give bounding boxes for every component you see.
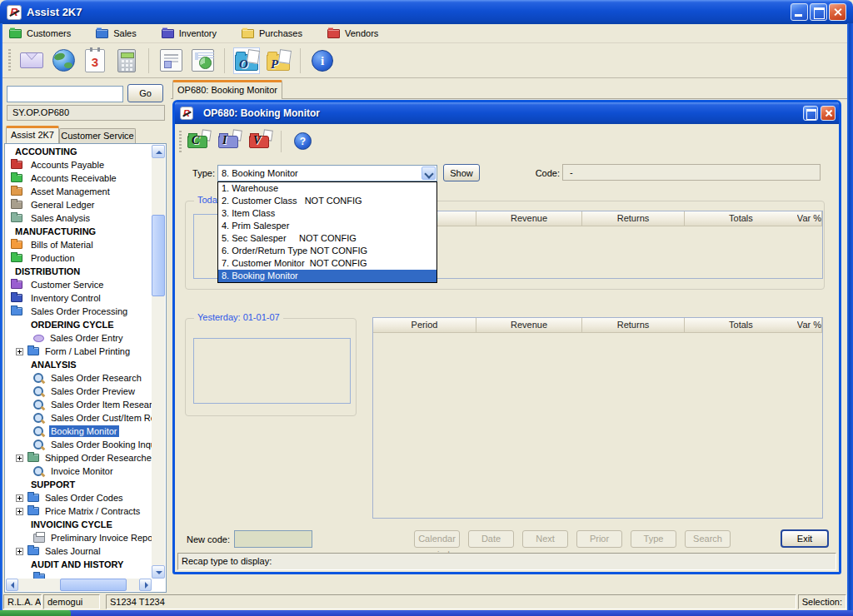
tree-item[interactable]: Shipped Order Researches xyxy=(6,451,152,464)
dropdown-option[interactable]: 8. Booking Monitor xyxy=(218,270,436,282)
vendors-folder-icon[interactable]: V xyxy=(249,131,272,151)
expand-plus-icon[interactable] xyxy=(16,348,23,355)
go-button[interactable]: Go xyxy=(127,84,163,102)
tree-horizontal-scrollbar[interactable] xyxy=(6,579,152,591)
nav-button-disabled[interactable]: Search xyxy=(685,530,731,548)
tree-item[interactable]: Preliminary Invoice Report xyxy=(6,531,152,544)
column-header[interactable]: Period xyxy=(373,318,476,332)
column-header[interactable]: Totals xyxy=(685,318,797,332)
tree-item[interactable]: Price Matrix / Contracts xyxy=(6,504,152,518)
globe-icon[interactable] xyxy=(50,47,77,74)
scroll-up-icon[interactable] xyxy=(152,145,165,158)
tree-item[interactable]: Production xyxy=(6,251,152,265)
chevron-down-icon[interactable] xyxy=(422,166,436,180)
p-folder-icon[interactable]: P xyxy=(265,47,292,74)
nav-button-disabled[interactable]: Type xyxy=(631,530,676,548)
calendar-icon[interactable]: 3 xyxy=(82,47,108,74)
tab-customer-service[interactable]: Customer Service xyxy=(59,128,136,143)
tree-item[interactable]: Accounts Receivable xyxy=(6,171,152,185)
tree-item[interactable]: Booking Monitor xyxy=(6,425,152,438)
scroll-thumb[interactable] xyxy=(152,215,165,296)
search-input[interactable] xyxy=(7,86,123,102)
start-button-edge[interactable] xyxy=(0,610,71,616)
calculator-icon[interactable] xyxy=(113,47,140,74)
expand-plus-icon[interactable] xyxy=(16,508,23,515)
tree-item[interactable]: Sales Analysis xyxy=(6,211,152,225)
tree-item[interactable]: Asset Management xyxy=(6,185,152,198)
dropdown-option[interactable]: 3. Item Class xyxy=(218,207,436,220)
show-button[interactable]: Show xyxy=(443,164,480,181)
column-header[interactable]: Returns xyxy=(582,318,685,332)
tree-item[interactable]: Sales Order Codes xyxy=(6,491,152,504)
dropdown-option[interactable]: 6. Order/Return Type NOT CONFIG xyxy=(218,245,436,257)
scroll-left-icon[interactable] xyxy=(6,579,18,591)
column-header[interactable]: Revenue xyxy=(476,318,582,332)
column-header[interactable]: Totals xyxy=(685,211,797,226)
column-header[interactable]: Returns xyxy=(582,211,685,226)
dropdown-option[interactable]: 7. Customer Monitor NOT CONFIG xyxy=(218,257,436,270)
expand-plus-icon[interactable] xyxy=(16,548,23,555)
tree-item[interactable]: Customer Service xyxy=(6,278,152,291)
mail-icon[interactable] xyxy=(18,47,45,74)
module-shortcut[interactable]: Purchases xyxy=(242,28,302,38)
dropdown-option[interactable]: 4. Prim Salesper xyxy=(218,220,436,232)
module-shortcut[interactable]: Sales xyxy=(96,28,137,38)
tree-item[interactable]: Bills of Material xyxy=(6,238,152,251)
nav-button-disabled[interactable]: Calendar period xyxy=(414,530,460,548)
info-icon[interactable]: i xyxy=(309,47,336,74)
tree-item[interactable]: Sales Order Preview xyxy=(6,385,152,398)
dialog-close-button[interactable] xyxy=(821,106,836,121)
scroll-thumb[interactable] xyxy=(60,579,127,591)
column-header[interactable]: Var % xyxy=(797,318,822,332)
dropdown-option[interactable]: 1. Warehouse xyxy=(218,182,436,195)
tree-item[interactable]: Sales Order Booking Inquiry xyxy=(6,438,152,451)
dialog-maximize-button[interactable] xyxy=(803,106,818,121)
items-folder-icon[interactable]: I xyxy=(218,131,242,151)
tree-item[interactable]: Inventory Control xyxy=(6,291,152,305)
column-header[interactable]: Revenue xyxy=(476,211,582,226)
scroll-right-icon[interactable] xyxy=(139,579,152,591)
tree-item[interactable]: SUPPORT xyxy=(6,478,152,491)
nav-button-disabled[interactable]: Prior xyxy=(576,530,622,548)
help-icon[interactable]: ? xyxy=(294,132,312,150)
tree-item[interactable]: ACCOUNTING xyxy=(6,145,152,158)
tree-item[interactable]: Sales Order Entry xyxy=(6,331,152,345)
tree-item[interactable]: Sales Order Cust/Item Res xyxy=(6,411,152,425)
close-button[interactable] xyxy=(829,3,846,21)
tree-item[interactable]: Sales Order Research xyxy=(6,371,152,385)
tree-item[interactable]: Invoice Monitor xyxy=(6,464,152,478)
customers-folder-icon[interactable]: C xyxy=(187,131,211,151)
tree-item[interactable]: Sales Order Item Research xyxy=(6,398,152,411)
tree-item[interactable]: Sales Journal xyxy=(6,544,152,558)
tree-item[interactable]: General Ledger xyxy=(6,198,152,211)
module-shortcut[interactable]: Inventory xyxy=(162,28,217,38)
code-field[interactable]: - xyxy=(562,164,821,181)
module-shortcut[interactable]: Customers xyxy=(9,28,71,38)
tree-item[interactable]: Accounts Payable xyxy=(6,158,152,171)
tree-item[interactable]: MANUFACTURING xyxy=(6,225,152,238)
dropdown-option[interactable]: 5. Sec Salesper NOT CONFIG xyxy=(218,232,436,245)
nav-button-disabled[interactable]: Date xyxy=(468,530,514,548)
tree-item[interactable]: DISTRIBUTION xyxy=(6,265,152,278)
nav-button-disabled[interactable]: Next xyxy=(522,530,568,548)
tree-item[interactable]: ORDERING CYCLE xyxy=(6,318,152,331)
tree-item[interactable]: INVOICING CYCLE xyxy=(6,518,152,531)
dialog-toolbar-grip[interactable] xyxy=(179,131,182,152)
expand-plus-icon[interactable] xyxy=(16,455,23,462)
tree-item[interactable]: Form / Label Printing xyxy=(6,345,152,358)
exit-button[interactable]: Exit xyxy=(781,529,829,548)
tree-item[interactable]: ANALYSIS xyxy=(6,358,152,371)
report-pie-icon[interactable] xyxy=(189,47,216,74)
new-code-input[interactable] xyxy=(234,530,312,548)
column-header[interactable]: Var % xyxy=(797,211,822,226)
outlook-folder-icon[interactable]: O xyxy=(233,47,260,74)
module-shortcut[interactable]: Vendors xyxy=(327,28,378,38)
tab-assist-2k7[interactable]: Assist 2K7 xyxy=(6,126,59,143)
dropdown-option[interactable]: 2. Customer Class NOT CONFIG xyxy=(218,195,436,207)
tree-item[interactable]: Sales Order Processing xyxy=(6,305,152,318)
toolbar-grip[interactable] xyxy=(8,49,11,72)
mdi-tab-booking-monitor[interactable]: OP680: Booking Monitor xyxy=(172,80,282,99)
scroll-down-icon[interactable] xyxy=(152,565,165,579)
minimize-button[interactable] xyxy=(791,3,808,21)
expand-plus-icon[interactable] xyxy=(16,494,23,502)
